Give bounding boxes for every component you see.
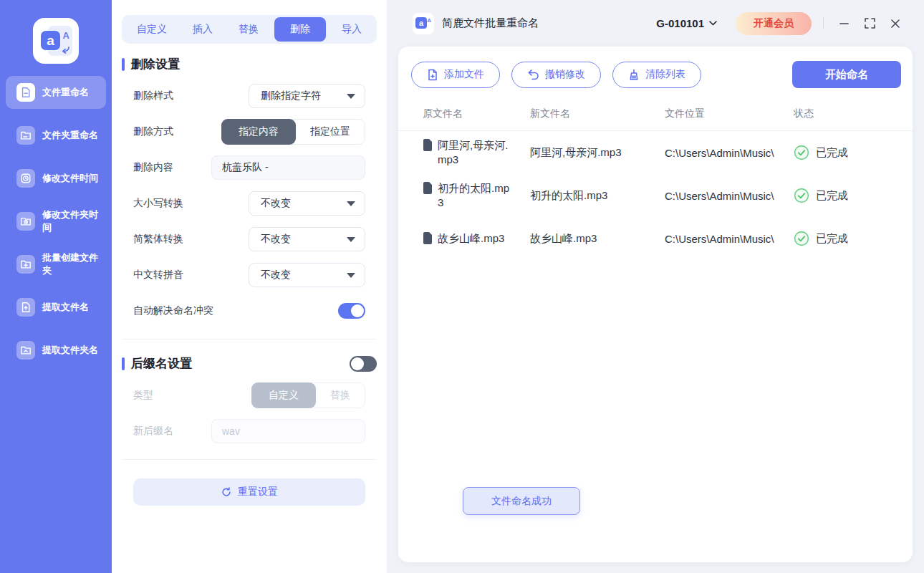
tab-import[interactable]: 导入 bbox=[332, 17, 372, 42]
clear-list-label: 清除列表 bbox=[645, 68, 685, 81]
refresh-icon bbox=[221, 486, 232, 498]
suffix-type-segmented: 自定义 替换 bbox=[251, 382, 365, 408]
status-text: 已完成 bbox=[816, 146, 848, 160]
version-code: G-010101 bbox=[656, 17, 704, 29]
folder-extract-icon bbox=[16, 341, 35, 360]
original-filename: 阿里河,母亲河.mp3 bbox=[438, 138, 515, 168]
sidebar-item-extract-filename[interactable]: 提取文件名 bbox=[6, 291, 106, 324]
undo-changes-label: 撤销修改 bbox=[545, 68, 585, 81]
sidebar-item-label: 文件夹重命名 bbox=[42, 129, 98, 142]
file-icon bbox=[423, 232, 433, 244]
tab-bar: 自定义 插入 替换 删除 导入 bbox=[122, 15, 377, 44]
workspace-panel: A a 简鹿文件批量重命名 G-010101 开通会员 bbox=[387, 0, 924, 573]
chevron-down-icon bbox=[347, 237, 355, 242]
table-header: 原文件名 新文件名 文件位置 状态 bbox=[398, 97, 913, 131]
pinyin-convert-label: 中文转拼音 bbox=[133, 269, 183, 281]
start-rename-button[interactable]: 开始命名 bbox=[792, 61, 901, 88]
file-time-icon bbox=[16, 169, 35, 188]
settings-panel: 自定义 插入 替换 删除 导入 删除设置 删除样式 删除指定字符 删除方式 指定… bbox=[112, 0, 387, 573]
tab-custom[interactable]: 自定义 bbox=[127, 17, 177, 42]
file-rename-icon bbox=[16, 83, 35, 102]
case-convert-select[interactable]: 不改变 bbox=[249, 191, 365, 216]
version-dropdown[interactable]: G-010101 bbox=[656, 17, 717, 29]
pinyin-convert-select[interactable]: 不改变 bbox=[249, 263, 365, 287]
tab-replace[interactable]: 替换 bbox=[228, 17, 269, 42]
undo-icon bbox=[527, 69, 539, 80]
column-status: 状态 bbox=[794, 107, 900, 120]
traditional-convert-label: 简繁体转换 bbox=[133, 233, 183, 246]
logo-letter-a: a bbox=[41, 31, 60, 50]
conflict-resolve-toggle[interactable] bbox=[338, 303, 365, 319]
delete-mode-content-option[interactable]: 指定内容 bbox=[221, 119, 296, 145]
maximize-button[interactable] bbox=[857, 11, 882, 36]
new-filename: 故乡山峰.mp3 bbox=[530, 232, 665, 246]
suffix-settings-toggle[interactable] bbox=[350, 356, 377, 372]
case-convert-label: 大小写转换 bbox=[133, 197, 183, 210]
delete-content-input[interactable] bbox=[211, 155, 365, 180]
suffix-type-label: 类型 bbox=[133, 389, 153, 402]
suffix-type-custom-option[interactable]: 自定义 bbox=[251, 382, 316, 408]
suffix-settings-title: 后缀名设置 bbox=[122, 355, 192, 372]
folder-rename-icon bbox=[16, 126, 35, 145]
sidebar-item-label: 批量创建文件夹 bbox=[42, 251, 106, 277]
new-suffix-label: 新后缀名 bbox=[133, 425, 173, 438]
minimize-button[interactable] bbox=[831, 11, 857, 36]
close-icon bbox=[890, 19, 900, 29]
tab-delete[interactable]: 删除 bbox=[274, 17, 326, 42]
suffix-settings-form: 类型 自定义 替换 新后缀名 bbox=[133, 383, 365, 443]
file-location: C:\Users\Admin\Music\ bbox=[665, 231, 794, 246]
delete-settings-form: 删除样式 删除指定字符 删除方式 指定内容 指定位置 删除内容 大小写转换 bbox=[133, 84, 365, 323]
sidebar-item-extract-foldername[interactable]: 提取文件夹名 bbox=[6, 334, 106, 367]
success-toast: 文件命名成功 bbox=[463, 487, 580, 515]
chevron-down-icon bbox=[347, 94, 355, 99]
new-suffix-input[interactable] bbox=[211, 419, 365, 443]
suffix-type-replace-option[interactable]: 替换 bbox=[316, 382, 365, 408]
titlebar-logo-letter-a: a bbox=[415, 17, 427, 29]
column-original-name: 原文件名 bbox=[423, 107, 530, 120]
undo-changes-button[interactable]: 撤销修改 bbox=[511, 62, 601, 88]
traditional-convert-value: 不改变 bbox=[261, 233, 291, 246]
delete-mode-position-option[interactable]: 指定位置 bbox=[296, 119, 365, 145]
sidebar-item-file-time[interactable]: 修改文件时间 bbox=[6, 162, 106, 195]
traditional-convert-select[interactable]: 不改变 bbox=[249, 227, 365, 251]
reset-settings-label: 重置设置 bbox=[238, 486, 278, 499]
success-check-icon bbox=[794, 188, 809, 203]
sidebar-item-label: 修改文件夹时间 bbox=[42, 208, 106, 234]
tab-insert[interactable]: 插入 bbox=[183, 17, 223, 42]
divider bbox=[122, 459, 377, 460]
original-filename: 故乡山峰.mp3 bbox=[438, 231, 504, 246]
file-location: C:\Users\Admin\Music\ bbox=[665, 145, 794, 160]
file-list-card: 添加文件 撤销修改 清除列表 开始命名 原文件名 新文件名 文件位置 状态 bbox=[398, 47, 913, 562]
logo-letter-A: A bbox=[63, 30, 69, 41]
success-check-icon bbox=[794, 145, 809, 160]
sidebar-item-label: 文件重命名 bbox=[42, 86, 89, 99]
sidebar-item-folder-rename[interactable]: 文件夹重命名 bbox=[6, 119, 106, 152]
delete-content-label: 删除内容 bbox=[133, 161, 173, 174]
sidebar-item-label: 提取文件名 bbox=[42, 301, 89, 314]
sidebar-item-label: 修改文件时间 bbox=[42, 172, 98, 185]
conflict-resolve-label: 自动解决命名冲突 bbox=[133, 304, 213, 317]
chevron-down-icon bbox=[347, 201, 355, 206]
folder-plus-icon bbox=[16, 255, 35, 274]
sidebar-item-folder-time[interactable]: 修改文件夹时间 bbox=[6, 205, 106, 238]
delete-mode-segmented: 指定内容 指定位置 bbox=[221, 119, 365, 145]
new-filename: 阿里河,母亲河.mp3 bbox=[530, 146, 665, 160]
minimize-icon bbox=[839, 18, 850, 29]
sidebar-item-batch-create-folder[interactable]: 批量创建文件夹 bbox=[6, 248, 106, 281]
open-membership-button[interactable]: 开通会员 bbox=[736, 12, 812, 35]
column-file-location: 文件位置 bbox=[665, 107, 794, 121]
close-button[interactable] bbox=[882, 11, 908, 36]
pinyin-convert-value: 不改变 bbox=[261, 269, 291, 281]
add-files-button[interactable]: 添加文件 bbox=[411, 62, 500, 88]
sidebar-item-label: 提取文件夹名 bbox=[42, 344, 98, 357]
column-new-name: 新文件名 bbox=[530, 107, 665, 120]
table-row[interactable]: 初升的太阳.mp3 初升的太阳.mp3 C:\Users\Admin\Music… bbox=[398, 174, 913, 217]
table-row[interactable]: 阿里河,母亲河.mp3 阿里河,母亲河.mp3 C:\Users\Admin\M… bbox=[398, 131, 913, 174]
chevron-down-icon bbox=[347, 273, 355, 278]
titlebar-app-icon: A a bbox=[413, 13, 434, 34]
sidebar-item-file-rename[interactable]: 文件重命名 bbox=[6, 76, 106, 109]
reset-settings-button[interactable]: 重置设置 bbox=[133, 478, 365, 506]
clear-list-button[interactable]: 清除列表 bbox=[612, 62, 701, 88]
delete-style-select[interactable]: 删除指定字符 bbox=[249, 84, 365, 108]
table-row[interactable]: 故乡山峰.mp3 故乡山峰.mp3 C:\Users\Admin\Music\ … bbox=[398, 217, 913, 260]
